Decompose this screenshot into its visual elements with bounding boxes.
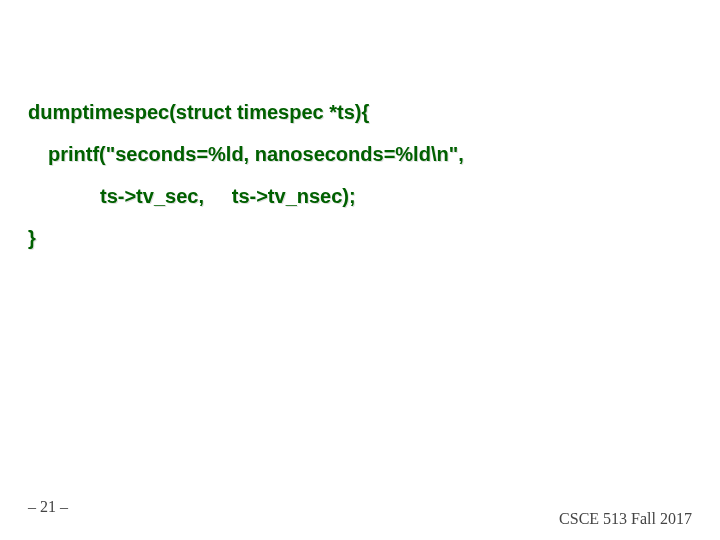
slide: dumptimespec(struct timespec *ts){ print… xyxy=(0,0,720,540)
code-line-1: dumptimespec(struct timespec *ts){ xyxy=(28,100,692,124)
slide-number: – 21 – xyxy=(28,498,68,516)
code-line-2: printf("seconds=%ld, nanoseconds=%ld\n", xyxy=(48,142,692,166)
code-line-3: ts->tv_sec, ts->tv_nsec); xyxy=(100,184,692,208)
code-line-4: } xyxy=(28,226,692,250)
code-block: dumptimespec(struct timespec *ts){ print… xyxy=(28,100,692,250)
course-footer: CSCE 513 Fall 2017 xyxy=(559,510,692,528)
